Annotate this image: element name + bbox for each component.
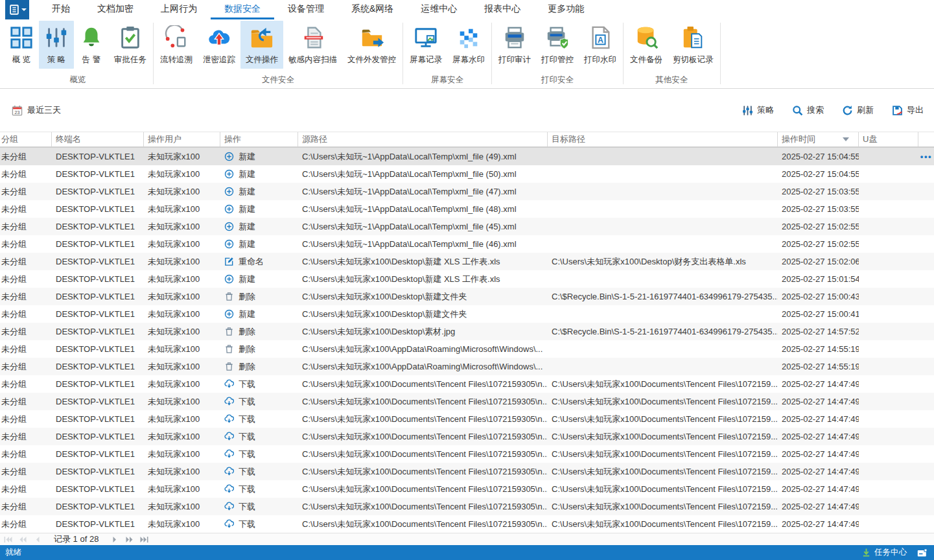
ribbon-button[interactable]: 审批任务 <box>109 21 152 69</box>
menu-tab-2[interactable]: 文档加密 <box>84 0 147 19</box>
table-row[interactable]: 未分组DESKTOP-VLKTLE1未知玩家x100新建C:\Users\未知玩… <box>0 183 934 200</box>
table-row[interactable]: 未分组DESKTOP-VLKTLE1未知玩家x100删除C:\Users\未知玩… <box>0 358 934 375</box>
pager-first-button[interactable] <box>4 536 12 543</box>
table-row[interactable]: 未分组DESKTOP-VLKTLE1未知玩家x100新建C:\Users\未知玩… <box>0 200 934 218</box>
table-row[interactable]: 未分组DESKTOP-VLKTLE1未知玩家x100新建C:\Users\未知玩… <box>0 218 934 235</box>
table-row[interactable]: 未分组DESKTOP-VLKTLE1未知玩家x100新建C:\Users\未知玩… <box>0 148 934 165</box>
folder-return-icon <box>250 25 274 50</box>
ribbon-button[interactable]: 屏幕水印 <box>447 21 490 69</box>
table-row[interactable]: 未分组DESKTOP-VLKTLE1未知玩家x100新建C:\Users\未知玩… <box>0 305 934 323</box>
cloud-up-icon <box>207 25 231 50</box>
toolbar-refresh-button[interactable]: 刷新 <box>842 104 874 116</box>
toolbar-sliders-button[interactable]: 策略 <box>742 104 774 116</box>
row-actions-menu-button[interactable]: ••• <box>920 154 932 160</box>
cell-group: 未分组 <box>0 396 52 408</box>
pager-prev-page-button[interactable] <box>19 536 27 543</box>
column-header-8[interactable]: U盘 <box>859 132 918 146</box>
ribbon-button[interactable]: 屏幕记录 <box>404 21 447 69</box>
ribbon-button-label: 策 略 <box>47 54 65 65</box>
cell-terminal: DESKTOP-VLKTLE1 <box>52 344 144 354</box>
ribbon-button-label: 打印水印 <box>584 54 616 65</box>
table-row[interactable]: 未分组DESKTOP-VLKTLE1未知玩家x100重命名C:\Users\未知… <box>0 253 934 270</box>
cell-user: 未知玩家x100 <box>144 344 220 355</box>
folder-out-icon <box>360 25 384 50</box>
ribbon-button[interactable]: 流转追溯 <box>155 21 198 69</box>
cell-user: 未知玩家x100 <box>144 449 220 460</box>
ribbon-button[interactable]: 泄密追踪 <box>198 21 240 69</box>
ribbon-button[interactable]: 文件操作 <box>240 21 283 69</box>
column-header-3[interactable]: 操作用户 <box>144 132 220 146</box>
date-filter-button[interactable]: 23 最近三天 <box>12 104 61 116</box>
app-menu-button[interactable] <box>5 0 29 19</box>
search-icon <box>792 105 803 116</box>
ribbon-button[interactable]: 告 警 <box>74 21 109 69</box>
cell-target-path: C:\Users\未知玩家x100\Documents\Tencent File… <box>548 379 778 390</box>
grid-header-filler <box>918 132 934 146</box>
column-header-5[interactable]: 源路径 <box>298 132 548 146</box>
action-label: 下载 <box>239 396 255 408</box>
ribbon-button[interactable]: 剪切板记录 <box>668 21 719 69</box>
toolbar-export-button[interactable]: 导出 <box>892 104 924 116</box>
table-row[interactable]: 未分组DESKTOP-VLKTLE1未知玩家x100下载C:\Users\未知玩… <box>0 375 934 393</box>
doc-scan-icon <box>301 25 325 50</box>
pager-next-page-button[interactable] <box>125 536 134 543</box>
message-icon[interactable] <box>917 548 928 557</box>
column-header-1[interactable]: 分组 <box>0 132 52 146</box>
table-row[interactable]: 未分组DESKTOP-VLKTLE1未知玩家x100删除C:\Users\未知玩… <box>0 323 934 340</box>
menu-tab-3[interactable]: 上网行为 <box>147 0 211 19</box>
table-row[interactable]: 未分组DESKTOP-VLKTLE1未知玩家x100下载C:\Users\未知玩… <box>0 515 934 533</box>
table-row[interactable]: 未分组DESKTOP-VLKTLE1未知玩家x100下载C:\Users\未知玩… <box>0 445 934 463</box>
cell-terminal: DESKTOP-VLKTLE1 <box>52 204 144 214</box>
trash-icon <box>224 362 234 371</box>
table-row[interactable]: 未分组DESKTOP-VLKTLE1未知玩家x100下载C:\Users\未知玩… <box>0 498 934 515</box>
cell-target-path: C:\Users\未知玩家x100\Documents\Tencent File… <box>548 414 778 425</box>
menu-tab-9[interactable]: 更多功能 <box>534 0 598 19</box>
table-row[interactable]: 未分组DESKTOP-VLKTLE1未知玩家x100下载C:\Users\未知玩… <box>0 393 934 410</box>
column-header-4[interactable]: 操作 <box>220 132 298 146</box>
column-header-label: 终端名 <box>56 134 81 145</box>
table-row[interactable]: 未分组DESKTOP-VLKTLE1未知玩家x100删除C:\Users\未知玩… <box>0 288 934 305</box>
ribbon-button[interactable]: 概 览 <box>4 21 39 69</box>
ribbon-button[interactable]: 文件备份 <box>625 21 668 69</box>
cell-source-path: C:\Users\未知玩家x100\Documents\Tencent File… <box>298 501 548 513</box>
table-row[interactable]: 未分组DESKTOP-VLKTLE1未知玩家x100新建C:\Users\未知玩… <box>0 165 934 183</box>
menu-tab-4[interactable]: 数据安全 <box>211 0 274 19</box>
table-row[interactable]: 未分组DESKTOP-VLKTLE1未知玩家x100下载C:\Users\未知玩… <box>0 463 934 480</box>
ribbon-group-buttons: 屏幕记录屏幕水印 <box>404 21 490 73</box>
toolbar-button-label: 搜索 <box>807 104 824 116</box>
task-center-button[interactable]: 任务中心 <box>861 547 907 558</box>
table-row[interactable]: 未分组DESKTOP-VLKTLE1未知玩家x100下载C:\Users\未知玩… <box>0 410 934 428</box>
menu-tab-6[interactable]: 系统&网络 <box>338 0 407 19</box>
table-row[interactable]: 未分组DESKTOP-VLKTLE1未知玩家x100下载C:\Users\未知玩… <box>0 480 934 498</box>
ribbon-button[interactable]: 文件外发管控 <box>342 21 401 69</box>
pager-next-button[interactable] <box>110 536 119 543</box>
ribbon-group: 屏幕记录屏幕水印屏幕安全 <box>404 21 490 88</box>
cell-group: 未分组 <box>0 449 52 460</box>
menu-tab-1[interactable]: 开始 <box>38 0 84 19</box>
cell-time: 2025-02-27 14:55:19 <box>778 362 859 371</box>
trash-icon <box>224 344 234 354</box>
ribbon-button[interactable]: 策 略 <box>39 21 74 69</box>
cell-target-path: C:\Users\未知玩家x100\Documents\Tencent File… <box>548 519 778 530</box>
menu-tab-7[interactable]: 运维中心 <box>407 0 471 19</box>
cell-group: 未分组 <box>0 204 52 215</box>
column-header-7[interactable]: 操作时间 <box>778 132 859 146</box>
action-label: 下载 <box>239 484 255 495</box>
column-header-2[interactable]: 终端名 <box>52 132 144 146</box>
menu-tab-5[interactable]: 设备管理 <box>274 0 338 19</box>
menu-tab-8[interactable]: 报表中心 <box>471 0 534 19</box>
ribbon-separator <box>403 23 403 84</box>
ribbon-button[interactable]: 打印审计 <box>493 21 536 69</box>
pager-prev-button[interactable] <box>34 536 42 543</box>
pager-last-button[interactable] <box>140 536 148 543</box>
table-row[interactable]: 未分组DESKTOP-VLKTLE1未知玩家x100新建C:\Users\未知玩… <box>0 235 934 253</box>
table-row[interactable]: 未分组DESKTOP-VLKTLE1未知玩家x100下载C:\Users\未知玩… <box>0 428 934 445</box>
ribbon-button[interactable]: 打印管控 <box>536 21 579 69</box>
ribbon-button[interactable]: 敏感内容扫描 <box>283 21 342 69</box>
column-header-6[interactable]: 目标路径 <box>548 132 778 146</box>
cell-action: 新建 <box>220 186 298 198</box>
table-row[interactable]: 未分组DESKTOP-VLKTLE1未知玩家x100删除C:\Users\未知玩… <box>0 340 934 358</box>
table-row[interactable]: 未分组DESKTOP-VLKTLE1未知玩家x100新建C:\Users\未知玩… <box>0 270 934 288</box>
toolbar-search-button[interactable]: 搜索 <box>792 104 824 116</box>
ribbon-button[interactable]: A打印水印 <box>579 21 622 69</box>
